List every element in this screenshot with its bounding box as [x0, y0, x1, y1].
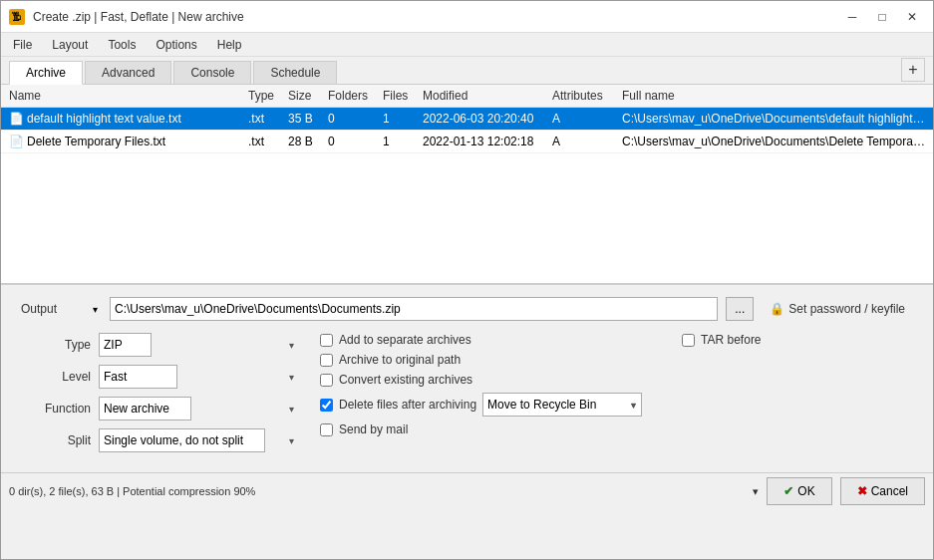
- menu-tools[interactable]: Tools: [100, 36, 144, 54]
- delete-files-label: Delete files after archiving: [339, 398, 476, 412]
- type-select-wrapper: ZIP 7Z TAR GZip: [99, 333, 300, 357]
- close-button[interactable]: ✕: [899, 7, 925, 27]
- window-controls: ─ □ ✕: [839, 7, 925, 27]
- level-select-wrapper: Store Fastest Fast Normal Maximum Ultra: [99, 365, 300, 389]
- title-bar: 🗜 Create .zip | Fast, Deflate | New arch…: [1, 1, 933, 33]
- status-bar: 0 dir(s), 2 file(s), 63 B | Potential co…: [1, 472, 933, 509]
- minimize-button[interactable]: ─: [839, 7, 865, 27]
- table-row[interactable]: 📄 default highlight text value.txt .txt …: [1, 108, 933, 131]
- type-label: Type: [21, 338, 91, 352]
- split-select-wrapper: Single volume, do not split 650 MB 700 M…: [99, 428, 300, 452]
- col-header-modified: Modified: [419, 87, 548, 105]
- convert-existing-row: Convert existing archives: [320, 373, 642, 387]
- split-label: Split: [21, 433, 91, 447]
- maximize-button[interactable]: □: [869, 7, 895, 27]
- file-list-header: Name Type Size Folders Files Modified At…: [1, 85, 933, 108]
- col-header-name: Name: [5, 87, 244, 105]
- add-tab-button[interactable]: +: [901, 58, 925, 82]
- lock-icon: 🔒: [770, 302, 784, 316]
- menu-help[interactable]: Help: [209, 36, 250, 54]
- file-folders: 0: [324, 133, 379, 150]
- function-select[interactable]: New archive Add Update Freshen: [99, 397, 191, 420]
- col-header-size: Size: [284, 87, 324, 105]
- ok-button[interactable]: ✔ OK: [767, 477, 831, 505]
- ok-label: OK: [797, 484, 814, 498]
- table-row[interactable]: 📄 Delete Temporary Files.txt .txt 28 B 0…: [1, 131, 933, 153]
- file-fullname: C:\Users\mav_u\OneDrive\Documents\defaul…: [618, 110, 929, 128]
- split-row: Split Single volume, do not split 650 MB…: [21, 428, 300, 452]
- col-header-type: Type: [244, 87, 284, 105]
- password-label: Set password / keyfile: [788, 302, 905, 316]
- archive-original-checkbox[interactable]: [320, 354, 333, 367]
- tar-before-row: TAR before: [682, 333, 761, 347]
- delete-files-checkbox[interactable]: [320, 399, 333, 412]
- type-select[interactable]: ZIP 7Z TAR GZip: [99, 333, 152, 357]
- archive-original-label: Archive to original path: [339, 353, 461, 367]
- file-size: 28 B: [284, 133, 324, 150]
- delete-dropdown[interactable]: Move to Recycle Bin Delete permanently W…: [482, 393, 642, 417]
- file-name: default highlight text value.txt: [27, 112, 181, 126]
- title-bar-left: 🗜 Create .zip | Fast, Deflate | New arch…: [9, 9, 244, 25]
- file-type: .txt: [244, 110, 284, 128]
- tabs-left: Archive Advanced Console Schedule: [9, 57, 337, 84]
- send-mail-label: Send by mail: [339, 422, 408, 436]
- browse-button[interactable]: ...: [726, 297, 754, 321]
- col-header-attributes: Attributes: [548, 87, 618, 105]
- menu-file[interactable]: File: [5, 36, 40, 54]
- tab-advanced[interactable]: Advanced: [85, 61, 171, 84]
- cancel-button[interactable]: ✖ Cancel: [840, 477, 925, 505]
- split-select[interactable]: Single volume, do not split 650 MB 700 M…: [99, 428, 265, 452]
- tab-schedule[interactable]: Schedule: [253, 61, 337, 84]
- function-select-wrapper: New archive Add Update Freshen: [99, 397, 300, 420]
- output-dropdown-arrow[interactable]: ▾: [89, 304, 102, 315]
- delete-files-row: Delete files after archiving Move to Rec…: [320, 393, 642, 417]
- level-select[interactable]: Store Fastest Fast Normal Maximum Ultra: [99, 365, 177, 389]
- window-title: Create .zip | Fast, Deflate | New archiv…: [33, 10, 244, 24]
- level-row: Level Store Fastest Fast Normal Maximum …: [21, 365, 300, 389]
- col-header-fullname: Full name: [618, 87, 929, 105]
- checkmark-icon: ✔: [783, 484, 793, 498]
- delete-dropdown-wrapper: Move to Recycle Bin Delete permanently W…: [482, 393, 642, 417]
- file-modified: 2022-06-03 20:20:40: [419, 110, 548, 128]
- add-separate-label: Add to separate archives: [339, 333, 471, 347]
- password-button[interactable]: 🔒 Set password / keyfile: [762, 297, 913, 321]
- x-icon: ✖: [857, 484, 867, 498]
- type-row: Type ZIP 7Z TAR GZip: [21, 333, 300, 357]
- file-icon: 📄: [9, 112, 23, 126]
- status-right: ▾ ✔ OK ✖ Cancel: [753, 477, 925, 505]
- file-attributes: A: [548, 110, 618, 128]
- file-list-area: Name Type Size Folders Files Modified At…: [1, 85, 933, 284]
- file-files: 1: [379, 110, 419, 128]
- form-right: Add to separate archives Archive to orig…: [320, 333, 913, 460]
- form-left: Type ZIP 7Z TAR GZip Level Sto: [21, 333, 300, 460]
- menu-bar: File Layout Tools Options Help: [1, 33, 933, 57]
- archive-original-row: Archive to original path: [320, 353, 642, 367]
- status-text: 0 dir(s), 2 file(s), 63 B | Potential co…: [9, 485, 255, 497]
- function-row: Function New archive Add Update Freshen: [21, 397, 300, 420]
- convert-existing-checkbox[interactable]: [320, 374, 333, 387]
- send-mail-row: Send by mail: [320, 422, 642, 436]
- file-name: Delete Temporary Files.txt: [27, 135, 165, 148]
- app-icon: 🗜: [9, 9, 25, 25]
- menu-layout[interactable]: Layout: [44, 36, 96, 54]
- send-mail-checkbox[interactable]: [320, 423, 333, 436]
- tabs-bar: Archive Advanced Console Schedule +: [1, 57, 933, 85]
- tab-console[interactable]: Console: [173, 61, 251, 84]
- file-modified: 2022-01-13 12:02:18: [419, 133, 548, 150]
- output-path-input[interactable]: [110, 297, 718, 321]
- add-separate-checkbox[interactable]: [320, 334, 333, 347]
- menu-options[interactable]: Options: [148, 36, 204, 54]
- form-grid: Type ZIP 7Z TAR GZip Level Sto: [21, 333, 913, 460]
- convert-existing-label: Convert existing archives: [339, 373, 472, 387]
- file-fullname: C:\Users\mav_u\OneDrive\Documents\Delete…: [618, 133, 929, 150]
- file-size: 35 B: [284, 110, 324, 128]
- file-type: .txt: [244, 133, 284, 150]
- tab-archive[interactable]: Archive: [9, 61, 83, 85]
- expand-icon[interactable]: ▾: [753, 485, 759, 498]
- level-label: Level: [21, 370, 91, 384]
- tar-before-checkbox[interactable]: [682, 334, 695, 347]
- function-label: Function: [21, 402, 91, 416]
- file-folders: 0: [324, 110, 379, 128]
- col-header-files: Files: [379, 87, 419, 105]
- add-separate-row: Add to separate archives: [320, 333, 642, 347]
